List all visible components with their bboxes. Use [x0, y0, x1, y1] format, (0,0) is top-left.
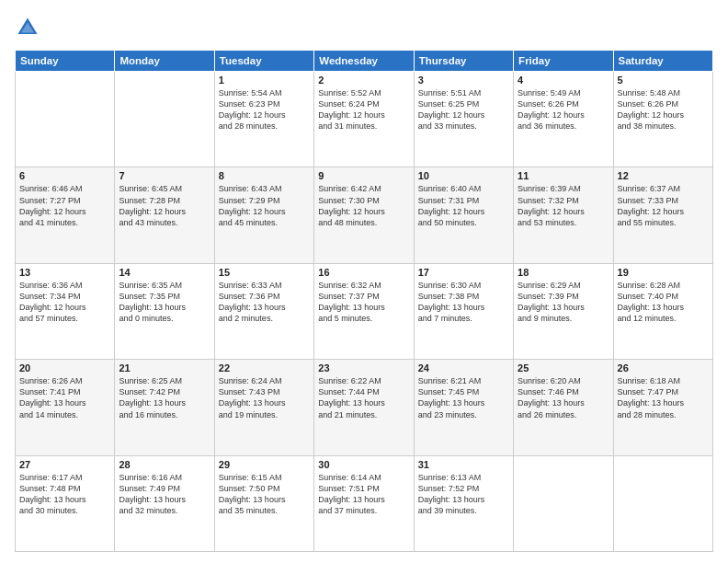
day-number: 13 [19, 267, 110, 278]
day-number: 22 [219, 362, 310, 373]
cell-content: Sunrise: 6:40 AM Sunset: 7:31 PM Dayligh… [418, 183, 509, 228]
header [15, 15, 713, 40]
calendar-day-header: Saturday [613, 51, 712, 72]
calendar-week-row: 27Sunrise: 6:17 AM Sunset: 7:48 PM Dayli… [16, 455, 713, 551]
calendar-cell: 23Sunrise: 6:22 AM Sunset: 7:44 PM Dayli… [314, 360, 414, 455]
calendar-cell: 24Sunrise: 6:21 AM Sunset: 7:45 PM Dayli… [414, 360, 513, 455]
calendar-table: SundayMondayTuesdayWednesdayThursdayFrid… [15, 50, 713, 552]
calendar-day-header: Friday [514, 51, 613, 72]
calendar-cell: 30Sunrise: 6:14 AM Sunset: 7:51 PM Dayli… [314, 455, 414, 551]
day-number: 7 [119, 170, 210, 181]
calendar-cell [115, 72, 214, 167]
day-number: 9 [318, 170, 409, 181]
cell-content: Sunrise: 5:48 AM Sunset: 6:26 PM Dayligh… [618, 87, 709, 132]
cell-content: Sunrise: 5:54 AM Sunset: 6:23 PM Dayligh… [219, 87, 310, 132]
calendar-cell: 12Sunrise: 6:37 AM Sunset: 7:33 PM Dayli… [613, 167, 712, 263]
calendar-cell: 19Sunrise: 6:28 AM Sunset: 7:40 PM Dayli… [613, 263, 712, 359]
day-number: 31 [418, 459, 509, 470]
cell-content: Sunrise: 6:26 AM Sunset: 7:41 PM Dayligh… [19, 375, 110, 420]
cell-content: Sunrise: 6:29 AM Sunset: 7:39 PM Dayligh… [518, 280, 609, 325]
cell-content: Sunrise: 6:22 AM Sunset: 7:44 PM Dayligh… [318, 375, 409, 420]
calendar-cell: 28Sunrise: 6:16 AM Sunset: 7:49 PM Dayli… [115, 455, 214, 551]
cell-content: Sunrise: 6:33 AM Sunset: 7:36 PM Dayligh… [219, 280, 310, 325]
day-number: 30 [318, 459, 409, 470]
calendar-cell: 16Sunrise: 6:32 AM Sunset: 7:37 PM Dayli… [314, 263, 414, 359]
cell-content: Sunrise: 6:32 AM Sunset: 7:37 PM Dayligh… [318, 280, 409, 325]
calendar-cell: 29Sunrise: 6:15 AM Sunset: 7:50 PM Dayli… [214, 455, 313, 551]
calendar-day-header: Wednesday [314, 51, 414, 72]
cell-content: Sunrise: 5:51 AM Sunset: 6:25 PM Dayligh… [418, 87, 509, 132]
calendar-week-row: 20Sunrise: 6:26 AM Sunset: 7:41 PM Dayli… [16, 360, 713, 455]
cell-content: Sunrise: 5:49 AM Sunset: 6:26 PM Dayligh… [518, 87, 609, 132]
calendar-week-row: 1Sunrise: 5:54 AM Sunset: 6:23 PM Daylig… [16, 72, 713, 167]
calendar-cell: 4Sunrise: 5:49 AM Sunset: 6:26 PM Daylig… [514, 72, 613, 167]
day-number: 27 [19, 459, 110, 470]
calendar-cell: 22Sunrise: 6:24 AM Sunset: 7:43 PM Dayli… [214, 360, 313, 455]
cell-content: Sunrise: 6:14 AM Sunset: 7:51 PM Dayligh… [318, 472, 409, 517]
calendar-cell: 31Sunrise: 6:13 AM Sunset: 7:52 PM Dayli… [414, 455, 513, 551]
cell-content: Sunrise: 6:25 AM Sunset: 7:42 PM Dayligh… [119, 375, 210, 420]
page: SundayMondayTuesdayWednesdayThursdayFrid… [0, 0, 728, 563]
cell-content: Sunrise: 6:15 AM Sunset: 7:50 PM Dayligh… [219, 472, 310, 517]
calendar-day-header: Tuesday [214, 51, 313, 72]
calendar-cell [16, 72, 115, 167]
calendar-cell [514, 455, 613, 551]
calendar-cell: 5Sunrise: 5:48 AM Sunset: 6:26 PM Daylig… [613, 72, 712, 167]
calendar-cell: 11Sunrise: 6:39 AM Sunset: 7:32 PM Dayli… [514, 167, 613, 263]
day-number: 5 [618, 75, 709, 86]
calendar-cell: 27Sunrise: 6:17 AM Sunset: 7:48 PM Dayli… [16, 455, 115, 551]
calendar-cell: 6Sunrise: 6:46 AM Sunset: 7:27 PM Daylig… [16, 167, 115, 263]
cell-content: Sunrise: 6:36 AM Sunset: 7:34 PM Dayligh… [19, 280, 110, 325]
day-number: 19 [618, 267, 709, 278]
cell-content: Sunrise: 6:24 AM Sunset: 7:43 PM Dayligh… [219, 375, 310, 420]
calendar-day-header: Monday [115, 51, 214, 72]
calendar-cell: 20Sunrise: 6:26 AM Sunset: 7:41 PM Dayli… [16, 360, 115, 455]
cell-content: Sunrise: 6:35 AM Sunset: 7:35 PM Dayligh… [119, 280, 210, 325]
calendar-day-header: Sunday [16, 51, 115, 72]
cell-content: Sunrise: 6:21 AM Sunset: 7:45 PM Dayligh… [418, 375, 509, 420]
calendar-cell: 10Sunrise: 6:40 AM Sunset: 7:31 PM Dayli… [414, 167, 513, 263]
day-number: 6 [19, 170, 110, 181]
cell-content: Sunrise: 6:17 AM Sunset: 7:48 PM Dayligh… [19, 472, 110, 517]
calendar-cell [613, 455, 712, 551]
calendar-cell: 7Sunrise: 6:45 AM Sunset: 7:28 PM Daylig… [115, 167, 214, 263]
cell-content: Sunrise: 6:30 AM Sunset: 7:38 PM Dayligh… [418, 280, 509, 325]
calendar-cell: 18Sunrise: 6:29 AM Sunset: 7:39 PM Dayli… [514, 263, 613, 359]
calendar-cell: 15Sunrise: 6:33 AM Sunset: 7:36 PM Dayli… [214, 263, 313, 359]
calendar-cell: 13Sunrise: 6:36 AM Sunset: 7:34 PM Dayli… [16, 263, 115, 359]
calendar-cell: 14Sunrise: 6:35 AM Sunset: 7:35 PM Dayli… [115, 263, 214, 359]
day-number: 21 [119, 362, 210, 373]
cell-content: Sunrise: 6:37 AM Sunset: 7:33 PM Dayligh… [618, 183, 709, 228]
cell-content: Sunrise: 6:18 AM Sunset: 7:47 PM Dayligh… [618, 375, 709, 420]
calendar-header-row: SundayMondayTuesdayWednesdayThursdayFrid… [16, 51, 713, 72]
day-number: 12 [618, 170, 709, 181]
day-number: 28 [119, 459, 210, 470]
day-number: 25 [518, 362, 609, 373]
day-number: 20 [19, 362, 110, 373]
day-number: 23 [318, 362, 409, 373]
cell-content: Sunrise: 6:46 AM Sunset: 7:27 PM Dayligh… [19, 183, 110, 228]
cell-content: Sunrise: 6:20 AM Sunset: 7:46 PM Dayligh… [518, 375, 609, 420]
calendar-cell: 2Sunrise: 5:52 AM Sunset: 6:24 PM Daylig… [314, 72, 414, 167]
day-number: 18 [518, 267, 609, 278]
cell-content: Sunrise: 6:13 AM Sunset: 7:52 PM Dayligh… [418, 472, 509, 517]
day-number: 8 [219, 170, 310, 181]
day-number: 15 [219, 267, 310, 278]
cell-content: Sunrise: 6:43 AM Sunset: 7:29 PM Dayligh… [219, 183, 310, 228]
calendar-cell: 8Sunrise: 6:43 AM Sunset: 7:29 PM Daylig… [214, 167, 313, 263]
calendar-cell: 25Sunrise: 6:20 AM Sunset: 7:46 PM Dayli… [514, 360, 613, 455]
day-number: 17 [418, 267, 509, 278]
cell-content: Sunrise: 6:42 AM Sunset: 7:30 PM Dayligh… [318, 183, 409, 228]
day-number: 1 [219, 75, 310, 86]
calendar-week-row: 13Sunrise: 6:36 AM Sunset: 7:34 PM Dayli… [16, 263, 713, 359]
logo [15, 15, 44, 40]
day-number: 3 [418, 75, 509, 86]
logo-icon [15, 15, 40, 40]
cell-content: Sunrise: 5:52 AM Sunset: 6:24 PM Dayligh… [318, 87, 409, 132]
cell-content: Sunrise: 6:16 AM Sunset: 7:49 PM Dayligh… [119, 472, 210, 517]
day-number: 11 [518, 170, 609, 181]
cell-content: Sunrise: 6:28 AM Sunset: 7:40 PM Dayligh… [618, 280, 709, 325]
cell-content: Sunrise: 6:39 AM Sunset: 7:32 PM Dayligh… [518, 183, 609, 228]
day-number: 29 [219, 459, 310, 470]
day-number: 14 [119, 267, 210, 278]
